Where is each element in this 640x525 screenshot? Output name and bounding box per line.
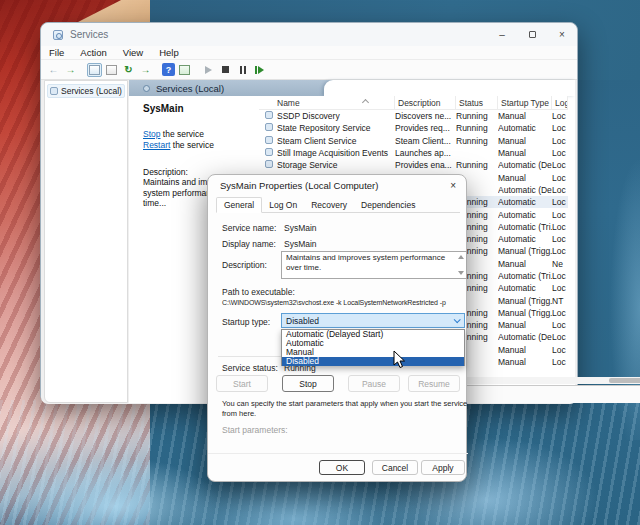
service-gear-icon bbox=[265, 148, 273, 156]
stop-button[interactable]: Stop bbox=[282, 375, 334, 392]
cell-startup-type: Automatic bbox=[498, 283, 552, 293]
scroll-down-icon[interactable] bbox=[458, 271, 464, 275]
show-console-tree-icon[interactable] bbox=[87, 63, 102, 77]
start-service-icon[interactable] bbox=[201, 63, 216, 77]
pause-button[interactable]: Pause bbox=[348, 375, 400, 392]
services-app-icon bbox=[53, 30, 63, 40]
menu-item[interactable]: Action bbox=[72, 47, 114, 58]
cancel-button[interactable]: Cancel bbox=[372, 460, 418, 475]
Steam Client Service[interactable]: Steam Client Service Steam Client... Run… bbox=[259, 135, 568, 147]
ok-button[interactable]: OK bbox=[319, 460, 365, 475]
dropdown-option[interactable]: Automatic bbox=[282, 339, 464, 348]
service-action-link[interactable]: Restart bbox=[143, 140, 170, 150]
resume-button[interactable]: Resume bbox=[408, 375, 460, 392]
menu-item[interactable]: File bbox=[41, 47, 72, 58]
back-icon[interactable] bbox=[46, 63, 61, 77]
dialog-tab[interactable]: Dependencies bbox=[354, 198, 422, 212]
dropdown-option[interactable]: Manual bbox=[282, 348, 464, 357]
sort-ascending-icon bbox=[363, 98, 368, 103]
dialog-tab[interactable]: General bbox=[216, 197, 262, 213]
export-list-icon[interactable] bbox=[138, 63, 153, 77]
cell-startup-type: Manual (Trigg... bbox=[498, 246, 552, 256]
cell-startup-type: Automatic bbox=[498, 123, 552, 133]
dropdown-option[interactable]: Automatic (Delayed Start) bbox=[282, 330, 464, 339]
properties-icon[interactable] bbox=[104, 63, 119, 77]
cell-logon: Loc bbox=[552, 148, 568, 158]
cell-logon: Loc bbox=[552, 283, 568, 293]
column-header-logon[interactable]: Log bbox=[552, 96, 568, 109]
content-header-band: Services (Local) bbox=[129, 80, 575, 96]
forward-icon[interactable] bbox=[63, 63, 78, 77]
service-action-line: Restart the service bbox=[143, 140, 259, 151]
dropdown-option[interactable]: Disabled bbox=[282, 357, 464, 366]
cell-startup-type: Manual bbox=[498, 173, 552, 183]
cell-status: Running bbox=[456, 136, 498, 146]
show-window-icon[interactable] bbox=[177, 63, 192, 77]
cell-startup-type: Automatic (De... bbox=[498, 332, 552, 342]
mouse-cursor bbox=[393, 350, 406, 369]
cell-startup-type: Automatic bbox=[498, 234, 552, 244]
cell-logon: Loc bbox=[552, 136, 568, 146]
menu-bar: FileActionViewHelp bbox=[41, 46, 577, 60]
State Repository Service[interactable]: State Repository Service Provides req...… bbox=[259, 122, 568, 134]
dialog-tabs: GeneralLog OnRecoveryDependencies bbox=[216, 197, 460, 213]
cell-startup-type: Manual bbox=[498, 111, 552, 121]
window-title: Services bbox=[70, 29, 108, 40]
cell-logon: Loc bbox=[552, 332, 568, 342]
cell-startup-type: Manual bbox=[498, 148, 552, 158]
service-gear-icon bbox=[265, 111, 273, 119]
service-action-link[interactable]: Stop bbox=[143, 129, 161, 139]
cell-logon: Loc bbox=[552, 210, 568, 220]
toolbar bbox=[41, 60, 577, 80]
dialog-title-bar[interactable]: SysMain Properties (Local Computer) × bbox=[208, 175, 466, 195]
path-value: C:\WINDOWS\system32\svchost.exe -k Local… bbox=[222, 299, 446, 306]
startup-type-combobox[interactable]: Disabled bbox=[281, 313, 465, 328]
column-header-description[interactable]: Description bbox=[395, 96, 456, 109]
horizontal-scrollbar-thumb[interactable] bbox=[609, 378, 640, 383]
help-icon[interactable] bbox=[162, 63, 175, 76]
menu-item[interactable]: Help bbox=[151, 47, 187, 58]
cell-logon: NT bbox=[552, 296, 568, 306]
apply-button[interactable]: Apply bbox=[421, 460, 465, 475]
cell-startup-type: Automatic bbox=[498, 197, 552, 207]
stop-service-icon[interactable] bbox=[218, 63, 233, 77]
SSDP Discovery[interactable]: SSDP Discovery Discovers ne... Running M… bbox=[259, 110, 568, 122]
restart-service-icon[interactable] bbox=[252, 63, 267, 77]
close-button[interactable]: × bbox=[547, 23, 577, 46]
cell-logon: Loc bbox=[552, 123, 568, 133]
cell-logon: Loc bbox=[552, 185, 568, 195]
pause-service-icon[interactable] bbox=[235, 63, 250, 77]
cell-logon: Loc bbox=[552, 197, 568, 207]
service-name-value: SysMain bbox=[284, 223, 317, 233]
cell-startup-type: Manual bbox=[498, 357, 552, 367]
refresh-icon[interactable] bbox=[121, 63, 136, 77]
Storage Service[interactable]: Storage Service Provides ena... Running … bbox=[259, 159, 568, 171]
dialog-tab[interactable]: Log On bbox=[262, 198, 304, 212]
column-header-startup-type[interactable]: Startup Type bbox=[498, 96, 552, 109]
cell-logon: Loc bbox=[552, 357, 568, 367]
cell-startup-type: Manual (Trigg... bbox=[498, 308, 552, 318]
description-field[interactable]: Maintains and improves system performanc… bbox=[281, 251, 467, 279]
scroll-up-icon[interactable] bbox=[458, 255, 464, 259]
description-scrollbar[interactable] bbox=[457, 254, 465, 278]
cell-logon: Loc bbox=[552, 271, 568, 281]
menu-item[interactable]: View bbox=[115, 47, 151, 58]
title-bar[interactable]: Services – × bbox=[41, 23, 577, 46]
start-button[interactable]: Start bbox=[216, 375, 268, 392]
minimize-button[interactable]: – bbox=[487, 23, 517, 46]
content-header-title: Services (Local) bbox=[156, 83, 224, 94]
dialog-tab[interactable]: Recovery bbox=[304, 198, 354, 212]
dialog-description-label: Description: bbox=[222, 260, 267, 270]
startup-type-label: Startup type: bbox=[222, 317, 270, 327]
list-header: Name Description Status Startup Type Log bbox=[259, 96, 568, 110]
column-header-name[interactable]: Name bbox=[259, 96, 395, 109]
dialog-close-icon[interactable]: × bbox=[450, 180, 456, 191]
start-parameters-label: Start parameters: bbox=[222, 425, 288, 435]
column-header-status[interactable]: Status bbox=[456, 96, 498, 109]
console-tree-pane: Services (Local) bbox=[44, 80, 128, 403]
maximize-button[interactable] bbox=[517, 23, 547, 46]
start-parameters-note: You can specify the start parameters tha… bbox=[222, 399, 468, 418]
tree-item-services-local[interactable]: Services (Local) bbox=[47, 84, 125, 98]
Still Image Acquisition Events[interactable]: Still Image Acquisition Events Launches … bbox=[259, 147, 568, 159]
cell-name: Steam Client Service bbox=[277, 136, 395, 146]
